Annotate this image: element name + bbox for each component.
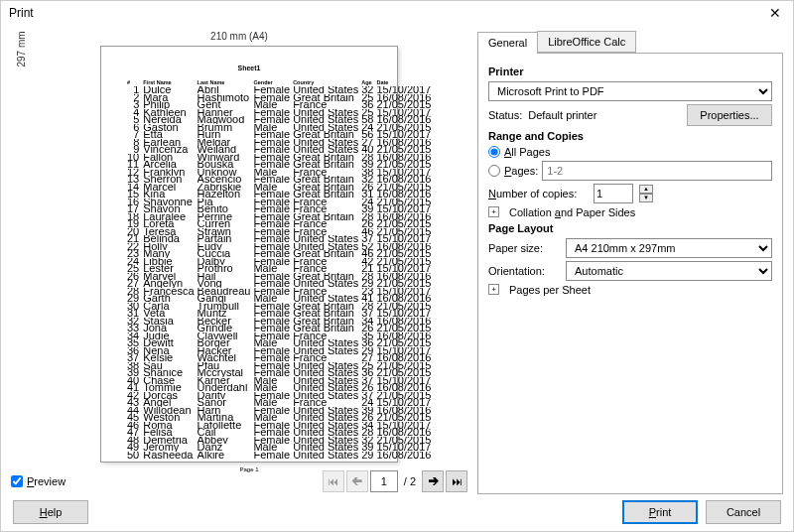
close-icon[interactable]: ✕ — [765, 5, 785, 21]
pages-per-sheet-expand[interactable]: + Pages per Sheet — [488, 284, 772, 296]
copies-label: Number of copies: — [488, 188, 588, 200]
preview-table: #First NameLast NameGenderCountryAgeDate… — [127, 79, 434, 460]
copies-input[interactable] — [594, 184, 633, 203]
pages-radio[interactable]: Pages: — [488, 161, 772, 181]
page-total: / 2 — [404, 475, 416, 487]
expand-icon[interactable]: + — [488, 284, 499, 295]
print-button[interactable]: Print — [622, 500, 698, 524]
nav-row: Preview ⏮ 🡰 / 2 🡲 ⏭ — [11, 468, 467, 494]
layout-heading: Page Layout — [488, 222, 772, 234]
cancel-button[interactable]: Cancel — [706, 500, 781, 524]
help-button[interactable]: Help — [13, 500, 88, 524]
button-bar: Help Print Cancel — [1, 494, 793, 531]
next-page-button[interactable]: 🡲 — [422, 470, 444, 492]
tab-calc[interactable]: LibreOffice Calc — [537, 31, 636, 53]
titlebar: Print ✕ — [1, 1, 793, 25]
paper-size-select[interactable]: A4 210mm x 297mm — [566, 238, 772, 258]
paper-label: Paper size: — [488, 242, 560, 254]
copies-spinner[interactable]: ▲▼ — [639, 185, 653, 202]
page-input[interactable] — [370, 470, 398, 492]
expand-icon[interactable]: + — [488, 206, 499, 217]
range-heading: Range and Copies — [488, 130, 772, 142]
print-dialog: Print ✕ 210 mm (A4) 297 mm Sheet1 #First… — [0, 0, 794, 532]
ruler-left: 297 mm — [16, 31, 27, 66]
page-preview: Sheet1 #First NameLast NameGenderCountry… — [100, 46, 398, 463]
all-pages-radio[interactable]: All Pages — [488, 146, 772, 158]
preview-checkbox[interactable]: Preview — [11, 475, 66, 487]
status-label: Status: — [488, 109, 522, 121]
tab-general[interactable]: General — [477, 32, 538, 54]
status-value: Default printer — [528, 109, 596, 121]
orient-label: Orientation: — [488, 265, 560, 277]
preview-checkbox-label: Preview — [27, 475, 66, 487]
properties-button[interactable]: Properties... — [687, 104, 772, 126]
sheet-title: Sheet1 — [127, 65, 371, 71]
first-page-button[interactable]: ⏮ — [323, 470, 344, 492]
last-page-button[interactable]: ⏭ — [446, 470, 467, 492]
collation-expand[interactable]: + Collation and Paper Sides — [488, 206, 772, 218]
tabs: General LibreOffice Calc — [477, 31, 783, 54]
printer-select[interactable]: Microsoft Print to PDF — [488, 81, 772, 101]
preview-pane: 210 mm (A4) 297 mm Sheet1 #First NameLas… — [11, 31, 467, 494]
printer-heading: Printer — [488, 66, 772, 77]
settings-pane: General LibreOffice Calc Printer Microso… — [477, 31, 783, 494]
window-title: Print — [9, 6, 765, 20]
orientation-select[interactable]: Automatic — [566, 261, 772, 281]
prev-page-button[interactable]: 🡰 — [346, 470, 368, 492]
ruler-top: 210 mm (A4) — [11, 31, 467, 42]
pages-input[interactable] — [542, 161, 772, 181]
preview-checkbox-input[interactable] — [11, 475, 23, 487]
